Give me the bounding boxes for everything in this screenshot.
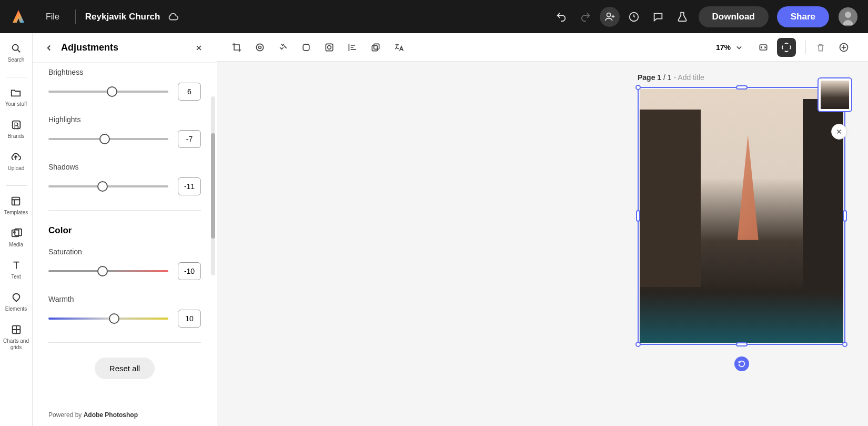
slider-thumb[interactable] — [97, 181, 108, 192]
layers-tool[interactable] — [366, 38, 385, 57]
slider-thumb[interactable] — [109, 313, 119, 324]
project-name[interactable]: Reykjavik Church — [85, 12, 160, 22]
shape-tool[interactable] — [297, 38, 316, 57]
shadows-slider[interactable] — [48, 185, 168, 187]
svg-point-9 — [13, 232, 15, 233]
saturation-value-input[interactable]: -10 — [178, 262, 201, 280]
slider-label: Saturation — [48, 247, 201, 256]
rail-your-stuff[interactable]: Your stuff — [5, 87, 27, 107]
shadows-slider-group: Shadows -11 — [48, 163, 201, 195]
file-menu[interactable]: File — [39, 9, 66, 25]
effects-tool[interactable] — [250, 38, 269, 57]
close-icon — [195, 44, 203, 52]
mask-tool[interactable] — [320, 38, 339, 57]
divider — [805, 41, 806, 54]
back-button[interactable] — [42, 41, 56, 55]
crop-tool[interactable] — [227, 38, 246, 57]
slider-thumb[interactable] — [97, 266, 108, 276]
svg-rect-16 — [372, 45, 377, 51]
translate-tool[interactable] — [389, 38, 408, 57]
slider-label: Warmth — [48, 295, 201, 303]
svg-point-3 — [845, 12, 851, 18]
image-content — [640, 89, 843, 343]
canvas-area: 17% Page 1 / 1 - Add title — [217, 33, 868, 426]
scrollbar-thumb[interactable] — [211, 133, 215, 239]
rail-elements[interactable]: Elements — [5, 292, 27, 312]
fit-screen-tool[interactable] — [754, 38, 773, 57]
reset-all-button[interactable]: Reset all — [95, 358, 155, 379]
rail-text[interactable]: Text — [11, 260, 22, 280]
powered-by: Powered by Adobe Photoshop — [33, 411, 217, 426]
canvas-toolbar: 17% — [217, 33, 868, 62]
slider-thumb[interactable] — [99, 134, 110, 144]
slider-label: Shadows — [48, 163, 201, 171]
beta-button[interactable] — [672, 7, 692, 27]
expand-tool[interactable] — [777, 38, 796, 57]
top-bar: File Reykjavik Church Download Share — [0, 0, 868, 33]
redo-button[interactable] — [576, 7, 596, 27]
rail-brands[interactable]: Brands — [8, 119, 25, 140]
highlights-slider-group: Highlights -7 — [48, 115, 201, 148]
color-section-title: Color — [48, 225, 201, 236]
revert-button[interactable] — [734, 356, 749, 371]
shadows-value-input[interactable]: -11 — [178, 177, 201, 195]
close-thumbnails-button[interactable] — [831, 124, 847, 140]
highlights-slider[interactable] — [48, 138, 168, 140]
divider — [48, 210, 201, 211]
brightness-slider[interactable] — [48, 91, 168, 93]
share-button[interactable]: Share — [777, 6, 829, 27]
saturation-slider-group: Saturation -10 — [48, 247, 201, 280]
slider-label: Brightness — [48, 68, 201, 76]
resize-handle-t[interactable] — [736, 85, 748, 90]
saturation-slider[interactable] — [48, 270, 168, 272]
add-page-tool[interactable] — [834, 38, 853, 57]
remove-bg-tool[interactable] — [274, 38, 292, 57]
warmth-slider-group: Warmth 10 — [48, 295, 201, 328]
resize-handle-r[interactable] — [843, 210, 847, 222]
align-tool[interactable] — [343, 38, 362, 57]
warmth-value-input[interactable]: 10 — [178, 310, 201, 328]
cloud-sync-icon — [167, 11, 179, 23]
divider — [48, 342, 201, 343]
adjustments-header: Adjustments — [33, 33, 217, 63]
resize-handle-b[interactable] — [736, 342, 748, 346]
rail-charts[interactable]: Charts and grids — [0, 324, 32, 351]
canvas[interactable]: Page 1 / 1 - Add title — [217, 62, 868, 426]
rail-media[interactable]: Media — [9, 227, 23, 248]
invite-button[interactable] — [600, 7, 620, 27]
rail-templates[interactable]: Templates — [4, 195, 28, 216]
help-button[interactable] — [624, 7, 644, 27]
warmth-slider[interactable] — [48, 318, 168, 320]
comment-button[interactable] — [648, 7, 668, 27]
svg-point-12 — [259, 46, 261, 48]
page-thumbnail[interactable] — [817, 77, 852, 112]
rail-label: Templates — [4, 210, 28, 216]
svg-rect-5 — [12, 121, 20, 129]
brightness-value-input[interactable]: 6 — [178, 83, 201, 101]
resize-handle-l[interactable] — [636, 210, 640, 222]
close-panel-button[interactable] — [190, 39, 207, 56]
zoom-level[interactable]: 17% — [716, 43, 731, 52]
highlights-value-input[interactable]: -7 — [178, 130, 201, 148]
rail-upload[interactable]: Upload — [8, 151, 25, 172]
chevron-down-icon[interactable] — [734, 42, 744, 53]
adjustments-panel: Adjustments Brightness 6 Highlights — [33, 33, 217, 426]
delete-tool[interactable] — [811, 38, 830, 57]
selected-image[interactable] — [638, 87, 845, 345]
rail-search[interactable]: Search — [8, 43, 25, 63]
user-avatar[interactable] — [839, 7, 857, 26]
adjustments-body[interactable]: Brightness 6 Highlights -7 S — [33, 63, 217, 411]
page-indicator[interactable]: Page 1 / 1 - Add title — [638, 73, 704, 82]
resize-handle-bl[interactable] — [635, 342, 641, 347]
undo-button[interactable] — [551, 7, 571, 27]
rail-label: Search — [8, 57, 25, 63]
resize-handle-br[interactable] — [842, 342, 847, 347]
svg-rect-13 — [303, 44, 309, 51]
panel-title: Adjustments — [61, 42, 190, 53]
resize-handle-tl[interactable] — [635, 85, 641, 90]
scrollbar-track[interactable] — [211, 96, 215, 275]
svg-point-15 — [328, 45, 331, 49]
slider-thumb[interactable] — [107, 86, 117, 97]
download-button[interactable]: Download — [699, 6, 769, 27]
rail-label: Your stuff — [5, 101, 27, 107]
